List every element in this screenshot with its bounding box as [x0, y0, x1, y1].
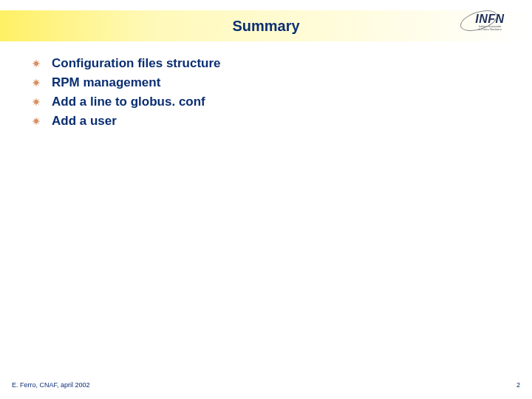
bullet-text: Configuration files structure — [52, 56, 221, 71]
bullet-text: Add a user — [52, 114, 117, 129]
bullet-text: RPM management — [52, 75, 160, 90]
asterisk-icon — [31, 116, 41, 126]
infn-logo: INFN Istituto Nazionale di Fisica Nuclea… — [464, 7, 516, 37]
slide-title: Summary — [232, 18, 299, 35]
page-number: 2 — [516, 381, 520, 389]
bullet-text: Add a line to globus. conf — [52, 95, 205, 109]
asterisk-icon — [31, 58, 41, 69]
footer-author: E. Ferro, CNAF, april 2002 — [12, 381, 90, 389]
title-banner: Summary — [0, 10, 532, 41]
asterisk-icon — [31, 97, 41, 107]
bullet-list: Configuration files structure RPM manage… — [31, 56, 221, 133]
list-item: Add a user — [31, 114, 221, 129]
asterisk-icon — [31, 78, 41, 88]
list-item: Add a line to globus. conf — [31, 95, 221, 109]
list-item: Configuration files structure — [31, 56, 221, 71]
list-item: RPM management — [31, 75, 221, 90]
